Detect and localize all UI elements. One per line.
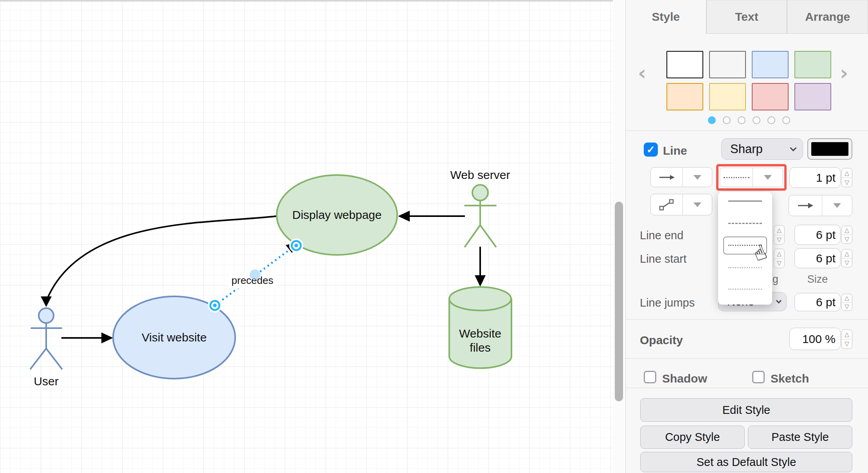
stepper-down-icon[interactable]: ▽ <box>842 177 852 187</box>
stepper-down-icon[interactable]: ▽ <box>842 302 852 311</box>
canvas-scrollbar-thumb[interactable] <box>615 202 623 401</box>
line-start-size-input[interactable]: 6 pt <box>794 248 841 268</box>
menu-item-dashed-line[interactable] <box>728 223 762 224</box>
node-user-actor[interactable] <box>31 308 62 369</box>
waypoints-dropdown[interactable] <box>683 194 712 215</box>
line-start-spacing-stepper[interactable]: △ ▽ <box>774 249 785 268</box>
swatch-red[interactable] <box>752 83 789 110</box>
line-label: Line <box>663 144 687 157</box>
triangle-down-icon <box>693 202 701 207</box>
stepper-up-icon[interactable]: △ <box>774 226 784 235</box>
format-tabs: Style Text Arrange <box>626 0 868 34</box>
toolbar-edge <box>0 0 613 2</box>
swatch-white[interactable] <box>666 51 703 78</box>
stepper-up-icon[interactable]: △ <box>842 168 852 177</box>
line-start-size-stepper[interactable]: △ ▽ <box>841 249 852 267</box>
chevron-left-icon[interactable]: ‹ <box>638 63 646 83</box>
stroke-width-stepper[interactable]: △ ▽ <box>841 168 852 187</box>
website-files-line2: files <box>451 341 510 355</box>
swatch-green[interactable] <box>794 51 831 78</box>
copy-style-button[interactable]: Copy Style <box>640 426 745 449</box>
diagram-canvas[interactable]: Display webpage Visit website Web server… <box>0 0 613 473</box>
style-swatch-grid <box>666 51 831 115</box>
stepper-up-icon[interactable]: △ <box>842 294 852 302</box>
website-files-line1: Website <box>451 327 510 341</box>
web-server-label: Web server <box>441 168 519 182</box>
chevron-down-icon <box>790 144 797 151</box>
arrowhead-end-button[interactable] <box>789 195 852 216</box>
line-end-size-stepper[interactable]: △ ▽ <box>841 226 852 244</box>
app-window: Display webpage Visit website Web server… <box>0 0 868 473</box>
edge-display-to-user[interactable] <box>41 216 276 307</box>
line-end-size-input[interactable]: 6 pt <box>794 225 841 245</box>
edit-style-button[interactable]: Edit Style <box>640 398 852 422</box>
page-dot-3[interactable] <box>738 116 746 124</box>
swatch-yellow[interactable] <box>709 83 746 110</box>
stroke-style-button[interactable] <box>720 168 783 187</box>
line-jumps-size-stepper[interactable]: △ ▽ <box>841 294 852 311</box>
connection-arrow-icon <box>651 168 683 187</box>
size-column-label: Size <box>794 273 841 285</box>
edge-server-to-display[interactable] <box>398 211 465 222</box>
line-color-swatch <box>811 142 848 156</box>
line-jumps-label: Line jumps <box>640 296 695 309</box>
divider <box>626 130 868 131</box>
shadow-label: Shadow <box>662 372 707 385</box>
line-jumps-size-input[interactable]: 6 pt <box>794 293 841 311</box>
line-style-select[interactable]: Sharp <box>721 138 803 160</box>
page-dot-4[interactable] <box>753 116 760 124</box>
line-style-select-value: Sharp <box>730 142 763 156</box>
chevron-down-icon <box>776 298 782 303</box>
swatch-purple[interactable] <box>794 83 831 110</box>
stepper-up-icon[interactable]: △ <box>842 226 852 235</box>
stepper-down-icon[interactable]: ▽ <box>842 339 852 349</box>
swatch-blue[interactable] <box>752 51 789 78</box>
stroke-style-dropdown[interactable] <box>753 168 783 187</box>
tab-arrange[interactable]: Arrange <box>787 0 868 34</box>
waypoints-style-button[interactable] <box>650 194 712 215</box>
line-checkbox[interactable]: ✓ <box>644 143 658 157</box>
set-default-style-button[interactable]: Set as Default Style <box>640 452 852 472</box>
menu-item-solid-line[interactable] <box>728 200 762 202</box>
node-web-server-actor[interactable] <box>465 185 496 247</box>
arrowhead-dropdown[interactable] <box>822 195 852 216</box>
page-dot-2[interactable] <box>723 116 731 124</box>
stepper-up-icon[interactable]: △ <box>774 249 784 258</box>
stepper-down-icon[interactable]: ▽ <box>774 258 784 268</box>
connection-style-button[interactable] <box>650 167 712 187</box>
page-dot-5[interactable] <box>767 116 775 124</box>
swatch-orange[interactable] <box>666 83 703 110</box>
stepper-down-icon[interactable]: ▽ <box>842 235 852 244</box>
stepper-down-icon[interactable]: ▽ <box>774 235 784 245</box>
edge-user-to-visit[interactable] <box>61 332 113 343</box>
tab-style[interactable]: Style <box>626 0 706 34</box>
page-dot-1[interactable] <box>708 116 716 124</box>
waypoints-icon <box>651 194 683 215</box>
opacity-stepper[interactable]: △ ▽ <box>841 329 852 349</box>
edge-midpoint-handle[interactable] <box>250 269 260 280</box>
menu-item-dotted-line-3[interactable] <box>728 289 762 290</box>
opacity-input[interactable]: 100 % <box>789 328 841 350</box>
paste-style-button[interactable]: Paste Style <box>748 426 852 449</box>
line-color-button[interactable] <box>807 138 852 160</box>
stepper-down-icon[interactable]: ▽ <box>842 258 852 267</box>
connection-style-dropdown[interactable] <box>683 168 712 187</box>
line-end-spacing-stepper[interactable]: △ ▽ <box>774 225 785 245</box>
stepper-up-icon[interactable]: △ <box>842 330 852 339</box>
stepper-up-icon[interactable]: △ <box>842 249 852 258</box>
shadow-checkbox[interactable] <box>644 371 656 383</box>
edge-endpoint-handle[interactable] <box>208 298 222 312</box>
triangle-down-icon <box>764 175 772 180</box>
swatch-gray[interactable] <box>709 51 746 78</box>
user-label: User <box>23 375 70 388</box>
tab-text[interactable]: Text <box>706 0 787 34</box>
chevron-right-icon[interactable]: › <box>840 63 848 83</box>
sketch-checkbox[interactable] <box>752 371 765 383</box>
edge-endpoint-handle[interactable] <box>289 238 303 253</box>
page-dot-6[interactable] <box>782 116 790 124</box>
menu-item-dotted-line-2[interactable] <box>728 267 762 268</box>
edge-server-to-files[interactable] <box>475 247 486 287</box>
divider <box>626 358 868 359</box>
arrow-right-icon <box>789 195 822 216</box>
stroke-width-input[interactable]: 1 pt <box>789 167 841 188</box>
